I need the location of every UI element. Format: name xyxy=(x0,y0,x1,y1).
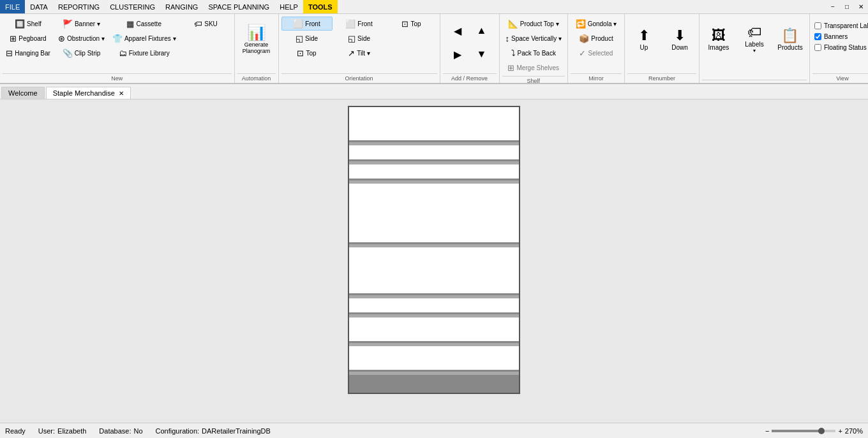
ribbon-btn-space-vertically[interactable]: ↕ Space Vertically ▾ xyxy=(502,31,565,45)
banners-checkbox[interactable] xyxy=(814,33,821,40)
ribbon-btn-product-mirror[interactable]: 📦 Product xyxy=(571,31,622,45)
ribbon-col-orient-2: ⬜ Front ◱ Side ↗ Tilt ▾ xyxy=(334,17,385,60)
status-configuration-label: Configuration: xyxy=(156,427,200,435)
ribbon-btn-pegboard[interactable]: ⊞ Pegboard xyxy=(3,31,54,45)
menu-space-planning[interactable]: SPACE PLANNING xyxy=(203,0,274,13)
menu-data[interactable]: DATA xyxy=(25,0,53,13)
ribbon-btn-top2[interactable]: ⊡ Top xyxy=(386,17,437,31)
ribbon-btn-side[interactable]: ◱ Side xyxy=(281,31,333,45)
menu-tools[interactable]: TOOLS xyxy=(303,0,338,13)
fixture-library-icon: 🗂 xyxy=(119,48,127,58)
up-icon: ⬆ xyxy=(638,27,650,44)
ribbon-btn-obstruction[interactable]: ⊛ Obstruction ▾ xyxy=(55,31,108,45)
ribbon-btn-products[interactable]: 📋 Products xyxy=(774,17,807,61)
ribbon-btn-down[interactable]: ⬇ Down xyxy=(663,17,696,61)
menu-help[interactable]: HELP xyxy=(274,0,303,13)
ribbon-btn-add-right[interactable]: ▶ xyxy=(446,45,469,64)
products-label: Products xyxy=(777,44,802,51)
ribbon-btn-top[interactable]: ⊡ Top xyxy=(281,46,333,60)
ribbon-items-new: 🔲 Shelf ⊞ Pegboard ⊟ Hanging Bar 🚩 xyxy=(3,15,232,73)
menu-ranging[interactable]: RANGING xyxy=(160,0,203,13)
ribbon-items-view: Transparent Lab Banners Floating Status xyxy=(812,15,868,73)
status-configuration: Configuration: DARetailerTrainingDB xyxy=(156,427,271,435)
ribbon-check-transparent-lab[interactable]: Transparent Lab xyxy=(812,22,868,30)
ribbon-btn-selected[interactable]: ✓ Selected xyxy=(571,46,622,60)
ribbon-btn-fixture-library[interactable]: 🗂 Fixture Library xyxy=(109,46,179,60)
menu-file[interactable]: FILE xyxy=(0,0,25,13)
ribbon-btn-side2[interactable]: ◱ Side xyxy=(334,31,385,45)
zoom-plus-btn[interactable]: + xyxy=(838,427,842,435)
ribbon-group-shelf: 📐 Product Top ▾ ↕ Space Vertically ▾ ⤵ P… xyxy=(500,14,568,83)
product-top-icon: 📐 xyxy=(508,19,518,29)
ribbon-btn-add-left[interactable]: ◀ xyxy=(446,22,469,40)
ribbon-btn-generate-planogram[interactable]: 📊 GeneratePlanogram xyxy=(237,17,276,61)
banner-icon: 🚩 xyxy=(63,19,73,29)
ribbon-check-floating-status[interactable]: Floating Status xyxy=(812,43,868,52)
ribbon-btn-apparel[interactable]: 👕 Apparel Fixtures ▾ xyxy=(109,31,179,45)
ribbon-btn-gondola[interactable]: 🔁 Gondola ▾ xyxy=(571,17,622,31)
maximize-button[interactable]: □ xyxy=(840,0,854,14)
selected-label: Selected xyxy=(588,50,613,57)
ribbon-btn-tilt[interactable]: ↗ Tilt ▾ xyxy=(334,46,385,60)
ribbon-btn-images[interactable]: 🖼 Images xyxy=(702,17,735,61)
tab-welcome[interactable]: Welcome xyxy=(1,87,45,99)
shelf-base xyxy=(349,375,519,393)
ribbon-btn-front[interactable]: ⬜ Front xyxy=(281,17,333,31)
ribbon-group-new: 🔲 Shelf ⊞ Pegboard ⊟ Hanging Bar 🚩 xyxy=(0,14,235,83)
floating-status-checkbox[interactable] xyxy=(814,44,821,51)
obstruction-label: Obstruction ▾ xyxy=(67,35,105,42)
status-user: User: Elizabeth xyxy=(38,427,87,435)
tab-staple-merchandise[interactable]: Staple Merchandise ✕ xyxy=(46,87,131,99)
gondola-label: Gondola ▾ xyxy=(588,20,617,27)
ribbon-group-label-mirror: Mirror xyxy=(571,73,622,83)
ribbon-btn-clip-strip[interactable]: 📎 Clip Strip xyxy=(55,46,108,60)
images-icon: 🖼 xyxy=(712,27,726,44)
ribbon-btn-front2[interactable]: ⬜ Front xyxy=(334,17,385,31)
ribbon-items-renumber: ⬆ Up ⬇ Down xyxy=(627,15,696,73)
status-bar: Ready User: Elizabeth Database: No Confi… xyxy=(0,423,868,438)
ribbon-btn-add-down[interactable]: ▼ xyxy=(470,45,493,63)
ribbon-col-shelf: 📐 Product Top ▾ ↕ Space Vertically ▾ ⤵ P… xyxy=(502,17,565,75)
ribbon-check-banners[interactable]: Banners xyxy=(812,33,868,41)
ribbon-btn-up[interactable]: ⬆ Up xyxy=(627,17,661,61)
ribbon-btn-merge-shelves[interactable]: ⊞ Merge Shelves xyxy=(502,61,565,75)
ribbon-btn-banner[interactable]: 🚩 Banner ▾ xyxy=(55,17,108,31)
space-vertically-label: Space Vertically ▾ xyxy=(511,35,562,42)
zoom-slider-track xyxy=(772,430,819,432)
main-content xyxy=(0,99,868,423)
top-orient-icon: ⊡ xyxy=(297,48,304,58)
down-icon: ⬇ xyxy=(674,27,685,44)
zoom-minus-btn[interactable]: − xyxy=(765,427,769,435)
ribbon-btn-shelf[interactable]: 🔲 Shelf xyxy=(3,17,54,31)
zoom-value: 270% xyxy=(845,427,863,435)
ribbon-group-renumber: ⬆ Up ⬇ Down Renumber xyxy=(625,14,700,83)
menu-clustering[interactable]: CLUSTERING xyxy=(105,0,160,13)
minimize-button[interactable]: − xyxy=(826,0,840,14)
cassette-icon: ▦ xyxy=(126,19,134,29)
ribbon-group-automation: 📊 GeneratePlanogram Automation xyxy=(235,14,279,83)
shelf-3 xyxy=(349,164,519,180)
window-controls: − □ ✕ xyxy=(826,0,868,14)
ribbon-btn-sku[interactable]: 🏷 SKU xyxy=(181,17,232,31)
tab-close-icon[interactable]: ✕ xyxy=(119,90,124,97)
transparent-lab-label: Transparent Lab xyxy=(824,22,868,29)
fixture-library-label: Fixture Library xyxy=(129,50,170,57)
ribbon-col-new-3: ▦ Cassette 👕 Apparel Fixtures ▾ 🗂 Fixtur… xyxy=(109,17,179,60)
close-button[interactable]: ✕ xyxy=(854,0,868,14)
ribbon-btn-pack-to-back[interactable]: ⤵ Pack To Back xyxy=(502,46,565,60)
tilt-icon: ↗ xyxy=(348,48,355,58)
zoom-slider[interactable] xyxy=(772,430,835,432)
shelf-6 xyxy=(349,298,519,314)
planogram xyxy=(348,106,520,394)
tab-staple-merchandise-label: Staple Merchandise xyxy=(53,89,115,97)
transparent-lab-checkbox[interactable] xyxy=(814,22,821,29)
pegboard-label: Pegboard xyxy=(19,35,46,42)
menu-reporting[interactable]: REPORTING xyxy=(53,0,105,13)
zoom-slider-thumb[interactable] xyxy=(818,428,825,434)
ribbon-btn-product-top[interactable]: 📐 Product Top ▾ xyxy=(502,17,565,31)
hanging-bar-icon: ⊟ xyxy=(6,48,13,58)
ribbon-btn-cassette[interactable]: ▦ Cassette xyxy=(109,17,179,31)
ribbon-btn-hanging-bar[interactable]: ⊟ Hanging Bar xyxy=(3,46,54,60)
ribbon-btn-add-up[interactable]: ▲ xyxy=(470,22,493,40)
ribbon-btn-labels[interactable]: 🏷 Labels ▾ xyxy=(738,17,771,61)
